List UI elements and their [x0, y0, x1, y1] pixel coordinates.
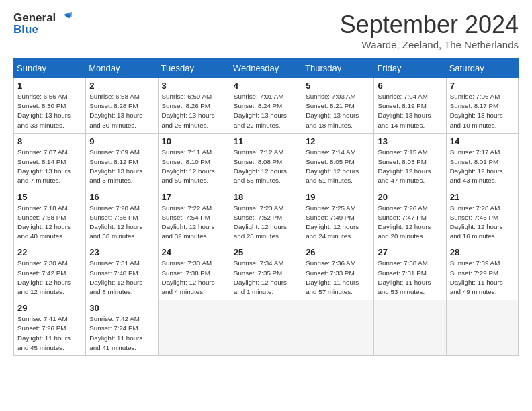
- daylight: Daylight: 13 hours and 3 minutes.: [89, 167, 142, 184]
- calendar-cell: 15Sunrise: 7:18 AMSunset: 7:58 PMDayligh…: [14, 189, 86, 244]
- logo-container: General Blue: [13, 11, 72, 36]
- day-info: Sunrise: 7:18 AMSunset: 7:58 PMDaylight:…: [17, 203, 82, 242]
- title-block: September 2024 Waarde, Zeeland, The Neth…: [340, 11, 519, 50]
- sunrise: Sunrise: 7:36 AM: [306, 259, 356, 267]
- day-number: 1: [17, 81, 82, 91]
- calendar-week-row: 8Sunrise: 7:07 AMSunset: 8:14 PMDaylight…: [14, 133, 519, 189]
- calendar-cell: 12Sunrise: 7:14 AMSunset: 8:05 PMDayligh…: [302, 133, 374, 189]
- day-info: Sunrise: 7:39 AMSunset: 7:29 PMDaylight:…: [450, 259, 515, 297]
- daylight: Daylight: 12 hours and 8 minutes.: [89, 279, 142, 295]
- sunrise: Sunrise: 7:01 AM: [234, 93, 284, 100]
- daylight: Daylight: 11 hours and 53 minutes.: [378, 279, 431, 295]
- daylight: Daylight: 11 hours and 41 minutes.: [89, 334, 142, 351]
- day-info: Sunrise: 7:36 AMSunset: 7:33 PMDaylight:…: [306, 259, 370, 297]
- calendar-cell: 21Sunrise: 7:28 AMSunset: 7:45 PMDayligh…: [446, 189, 518, 244]
- daylight: Daylight: 13 hours and 33 minutes.: [17, 111, 71, 128]
- sunrise: Sunrise: 7:22 AM: [162, 204, 212, 212]
- day-number: 17: [162, 192, 226, 202]
- day-number: 24: [162, 247, 226, 257]
- daylight: Daylight: 12 hours and 20 minutes.: [378, 223, 431, 240]
- calendar-cell: 6Sunrise: 7:04 AMSunset: 8:19 PMDaylight…: [374, 78, 446, 134]
- day-info: Sunrise: 7:25 AMSunset: 7:49 PMDaylight:…: [306, 203, 370, 242]
- column-header-friday: Friday: [374, 59, 446, 78]
- day-number: 7: [450, 81, 515, 91]
- calendar-cell: 30Sunrise: 7:42 AMSunset: 7:24 PMDayligh…: [86, 300, 158, 356]
- calendar-cell: 25Sunrise: 7:34 AMSunset: 7:35 PMDayligh…: [230, 244, 302, 300]
- sunset: Sunset: 8:17 PM: [450, 102, 498, 109]
- daylight: Daylight: 12 hours and 47 minutes.: [378, 167, 431, 184]
- day-number: 18: [234, 192, 298, 202]
- calendar-week-row: 29Sunrise: 7:41 AMSunset: 7:26 PMDayligh…: [14, 300, 519, 356]
- daylight: Daylight: 13 hours and 7 minutes.: [17, 167, 71, 184]
- calendar-page: General Blue September 2024 Waarde, Zeel…: [0, 0, 532, 367]
- daylight: Daylight: 12 hours and 43 minutes.: [450, 167, 503, 184]
- day-number: 29: [17, 303, 82, 313]
- calendar-cell: 18Sunrise: 7:23 AMSunset: 7:52 PMDayligh…: [230, 189, 302, 244]
- sunrise: Sunrise: 7:42 AM: [89, 315, 140, 322]
- sunrise: Sunrise: 7:07 AM: [17, 148, 68, 156]
- day-info: Sunrise: 7:28 AMSunset: 7:45 PMDaylight:…: [450, 203, 515, 242]
- column-header-monday: Monday: [86, 59, 158, 78]
- calendar-cell: 19Sunrise: 7:25 AMSunset: 7:49 PMDayligh…: [302, 189, 374, 244]
- daylight: Daylight: 12 hours and 28 minutes.: [234, 223, 287, 240]
- sunset: Sunset: 7:26 PM: [17, 324, 66, 332]
- sunset: Sunset: 7:31 PM: [378, 269, 426, 277]
- daylight: Daylight: 13 hours and 26 minutes.: [162, 111, 215, 128]
- daylight: Daylight: 11 hours and 49 minutes.: [450, 279, 503, 295]
- sunrise: Sunrise: 7:41 AM: [17, 315, 68, 322]
- sunset: Sunset: 8:14 PM: [17, 158, 66, 165]
- day-info: Sunrise: 7:33 AMSunset: 7:38 PMDaylight:…: [162, 259, 226, 297]
- day-info: Sunrise: 7:14 AMSunset: 8:05 PMDaylight:…: [306, 148, 370, 186]
- day-info: Sunrise: 7:38 AMSunset: 7:31 PMDaylight:…: [378, 259, 442, 297]
- day-number: 16: [89, 192, 154, 202]
- day-info: Sunrise: 6:58 AMSunset: 8:28 PMDaylight:…: [89, 92, 154, 130]
- sunrise: Sunrise: 7:26 AM: [378, 204, 428, 212]
- day-info: Sunrise: 7:22 AMSunset: 7:54 PMDaylight:…: [162, 203, 226, 242]
- day-number: 5: [306, 81, 370, 91]
- daylight: Daylight: 11 hours and 57 minutes.: [306, 279, 359, 295]
- calendar-cell: 7Sunrise: 7:06 AMSunset: 8:17 PMDaylight…: [446, 78, 518, 134]
- sunrise: Sunrise: 7:34 AM: [234, 259, 284, 267]
- day-info: Sunrise: 7:31 AMSunset: 7:40 PMDaylight:…: [89, 259, 154, 297]
- sunrise: Sunrise: 7:23 AM: [234, 204, 284, 212]
- sunrise: Sunrise: 7:17 AM: [450, 148, 500, 156]
- sunrise: Sunrise: 7:06 AM: [450, 93, 500, 100]
- calendar-cell: 26Sunrise: 7:36 AMSunset: 7:33 PMDayligh…: [302, 244, 374, 300]
- day-number: 27: [378, 247, 442, 257]
- day-info: Sunrise: 7:23 AMSunset: 7:52 PMDaylight:…: [234, 203, 298, 242]
- sunset: Sunset: 7:33 PM: [306, 269, 354, 277]
- day-info: Sunrise: 7:11 AMSunset: 8:10 PMDaylight:…: [162, 148, 226, 186]
- calendar-cell: 17Sunrise: 7:22 AMSunset: 7:54 PMDayligh…: [158, 189, 230, 244]
- daylight: Daylight: 12 hours and 40 minutes.: [17, 223, 71, 240]
- sunset: Sunset: 7:35 PM: [234, 269, 282, 277]
- sunrise: Sunrise: 7:20 AM: [89, 204, 140, 212]
- calendar-cell: [446, 300, 518, 356]
- logo-bird-icon: [57, 11, 72, 26]
- sunrise: Sunrise: 7:03 AM: [306, 93, 356, 100]
- day-number: 22: [17, 247, 82, 257]
- sunrise: Sunrise: 7:14 AM: [306, 148, 356, 156]
- sunset: Sunset: 7:49 PM: [306, 214, 354, 221]
- sunset: Sunset: 7:47 PM: [378, 214, 426, 221]
- daylight: Daylight: 12 hours and 12 minutes.: [17, 279, 71, 295]
- day-number: 26: [306, 247, 370, 257]
- daylight: Daylight: 13 hours and 10 minutes.: [450, 111, 503, 128]
- calendar-cell: 20Sunrise: 7:26 AMSunset: 7:47 PMDayligh…: [374, 189, 446, 244]
- daylight: Daylight: 12 hours and 4 minutes.: [162, 279, 215, 295]
- sunrise: Sunrise: 7:12 AM: [234, 148, 284, 156]
- day-info: Sunrise: 7:01 AMSunset: 8:24 PMDaylight:…: [234, 92, 298, 130]
- sunset: Sunset: 7:56 PM: [89, 214, 138, 221]
- day-number: 13: [378, 136, 442, 146]
- calendar-cell: 3Sunrise: 6:59 AMSunset: 8:26 PMDaylight…: [158, 78, 230, 134]
- sunrise: Sunrise: 7:30 AM: [17, 259, 68, 267]
- day-number: 19: [306, 192, 370, 202]
- sunset: Sunset: 8:19 PM: [378, 102, 426, 109]
- sunrise: Sunrise: 7:15 AM: [378, 148, 428, 156]
- day-info: Sunrise: 7:30 AMSunset: 7:42 PMDaylight:…: [17, 259, 82, 297]
- sunset: Sunset: 8:28 PM: [89, 102, 138, 109]
- daylight: Daylight: 12 hours and 16 minutes.: [450, 223, 503, 240]
- daylight: Daylight: 12 hours and 24 minutes.: [306, 223, 359, 240]
- day-number: 3: [162, 81, 226, 91]
- sunset: Sunset: 7:24 PM: [89, 324, 138, 332]
- month-title: September 2024: [340, 11, 519, 39]
